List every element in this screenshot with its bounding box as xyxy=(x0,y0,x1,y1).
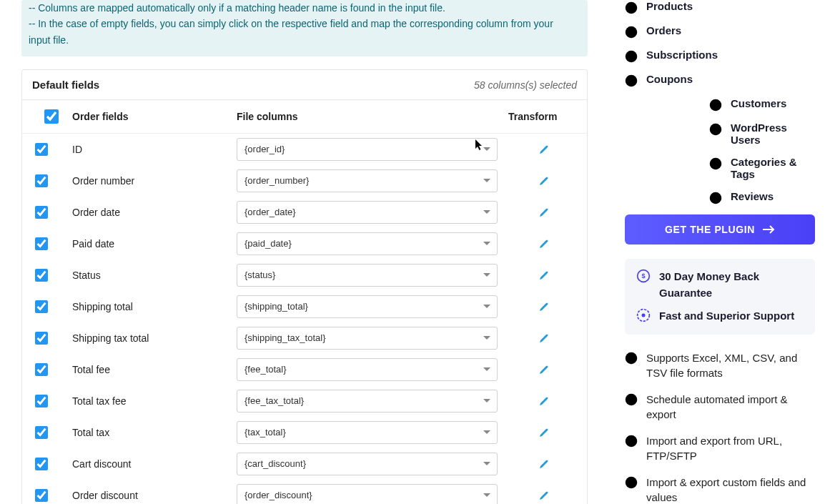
feature-item: Supports Excel, XML, CSV, and TSV file f… xyxy=(625,350,815,380)
check-circle-icon xyxy=(709,192,722,204)
feature-item: Import & export custom fields and values xyxy=(625,475,815,505)
pencil-icon xyxy=(538,238,550,249)
check-circle-icon xyxy=(625,352,638,365)
check-circle-icon xyxy=(709,157,722,170)
edit-transform-button[interactable] xyxy=(538,395,550,407)
field-label: ID xyxy=(72,144,237,155)
pencil-icon xyxy=(538,458,550,470)
field-label: Total tax fee xyxy=(72,395,237,407)
select-value: {tax_total} xyxy=(237,421,498,444)
feature-label: Import and export from URL, FTP/SFTP xyxy=(646,433,815,463)
file-column-select[interactable]: {cart_discount} xyxy=(237,453,498,475)
edit-transform-button[interactable] xyxy=(538,427,550,438)
check-circle-icon xyxy=(709,99,722,112)
sidebar-item: Coupons xyxy=(625,73,815,87)
sidebar-item: Orders xyxy=(625,24,815,39)
field-label: Order number xyxy=(72,175,237,187)
file-column-select[interactable]: {tax_total} xyxy=(237,421,498,444)
head-transform: Transform xyxy=(508,111,580,122)
pencil-icon xyxy=(538,270,550,281)
table-row: Shipping total{shipping_total} xyxy=(22,291,587,322)
check-circle-icon xyxy=(625,1,638,14)
check-circle-icon xyxy=(625,476,638,489)
file-column-select[interactable]: {shipping_total} xyxy=(237,295,498,318)
table-row: Total tax fee{fee_tax_total} xyxy=(22,385,587,417)
file-column-select[interactable]: {paid_date} xyxy=(237,232,498,255)
row-checkbox[interactable] xyxy=(35,332,48,345)
file-column-select[interactable]: {fee_tax_total} xyxy=(237,390,498,412)
sidebar-item: Categories & Tags xyxy=(625,156,815,180)
edit-transform-button[interactable] xyxy=(538,332,550,344)
money-back-icon: $ xyxy=(636,269,651,283)
check-circle-icon xyxy=(625,393,638,406)
column-selected-count: 58 columns(s) selected xyxy=(474,79,577,91)
file-column-select[interactable]: {order_number} xyxy=(237,169,498,192)
row-checkbox[interactable] xyxy=(35,269,48,282)
edit-transform-button[interactable] xyxy=(538,175,550,187)
field-label: Paid date xyxy=(72,238,237,249)
check-circle-icon xyxy=(625,435,638,448)
row-checkbox[interactable] xyxy=(35,395,48,407)
select-all-checkbox[interactable] xyxy=(44,109,59,124)
edit-transform-button[interactable] xyxy=(538,207,550,218)
get-plugin-button[interactable]: GET THE PLUGIN xyxy=(625,214,815,244)
cta-label: GET THE PLUGIN xyxy=(665,224,755,235)
svg-point-3 xyxy=(642,314,646,317)
field-label: Status xyxy=(72,270,237,281)
file-column-select[interactable]: {fee_total} xyxy=(237,358,498,381)
edit-transform-button[interactable] xyxy=(538,301,550,312)
table-row: Paid date{paid_date} xyxy=(22,228,587,260)
row-checkbox[interactable] xyxy=(35,458,48,470)
edit-transform-button[interactable] xyxy=(538,490,550,501)
select-value: {order_discount} xyxy=(237,484,498,504)
row-checkbox[interactable] xyxy=(35,143,48,156)
pencil-icon xyxy=(538,364,550,375)
select-value: {status} xyxy=(237,264,498,287)
edit-transform-button[interactable] xyxy=(538,238,550,249)
row-checkbox[interactable] xyxy=(35,237,48,250)
select-value: {cart_discount} xyxy=(237,453,498,475)
select-value: {fee_total} xyxy=(237,358,498,381)
field-label: Shipping total xyxy=(72,301,237,312)
sidebar-item-label: Subscriptions xyxy=(646,49,718,61)
select-value: {paid_date} xyxy=(237,232,498,255)
row-checkbox[interactable] xyxy=(35,206,48,219)
feature-label: Import & export custom fields and values xyxy=(646,475,815,505)
info-line-2: -- In the case of empty fields, you can … xyxy=(29,16,576,48)
sidebar-item: Customers xyxy=(625,97,815,112)
file-column-select[interactable]: {order_id} xyxy=(237,138,498,161)
table-row: Order date{order_date} xyxy=(22,197,587,228)
row-checkbox[interactable] xyxy=(35,300,48,313)
select-value: {order_number} xyxy=(237,169,498,192)
edit-transform-button[interactable] xyxy=(538,270,550,281)
sidebar-item-label: Reviews xyxy=(731,190,774,202)
file-column-select[interactable]: {order_discount} xyxy=(237,484,498,504)
info-line-1: -- Columns are mapped automatically only… xyxy=(29,0,576,16)
row-checkbox[interactable] xyxy=(35,363,48,376)
file-column-select[interactable]: {status} xyxy=(237,264,498,287)
info-box: -- Columns are mapped automatically only… xyxy=(21,0,588,56)
edit-transform-button[interactable] xyxy=(538,144,550,155)
row-checkbox[interactable] xyxy=(35,174,48,187)
arrow-right-icon xyxy=(762,224,775,234)
pencil-icon xyxy=(538,301,550,312)
sidebar-item: Reviews xyxy=(625,190,815,204)
guarantee-box: $ 30 Day Money Back Guarantee Fast and S… xyxy=(625,259,815,335)
table-row: Total fee{fee_total} xyxy=(22,354,587,385)
edit-transform-button[interactable] xyxy=(538,458,550,470)
select-value: {fee_tax_total} xyxy=(237,390,498,412)
sidebar-item: Products xyxy=(625,0,815,14)
file-column-select[interactable]: {shipping_tax_total} xyxy=(237,327,498,350)
guarantee-2: Fast and Superior Support xyxy=(659,308,794,325)
edit-transform-button[interactable] xyxy=(538,364,550,375)
support-icon xyxy=(636,308,651,322)
sidebar-item: WordPress Users xyxy=(625,122,815,146)
row-checkbox[interactable] xyxy=(35,489,48,502)
row-checkbox[interactable] xyxy=(35,426,48,439)
table-row: Shipping tax total{shipping_tax_total} xyxy=(22,322,587,354)
field-label: Order discount xyxy=(72,490,237,501)
pencil-icon xyxy=(538,332,550,344)
sidebar-item-label: Customers xyxy=(731,97,786,109)
file-column-select[interactable]: {order_date} xyxy=(237,201,498,224)
select-value: {order_date} xyxy=(237,201,498,224)
